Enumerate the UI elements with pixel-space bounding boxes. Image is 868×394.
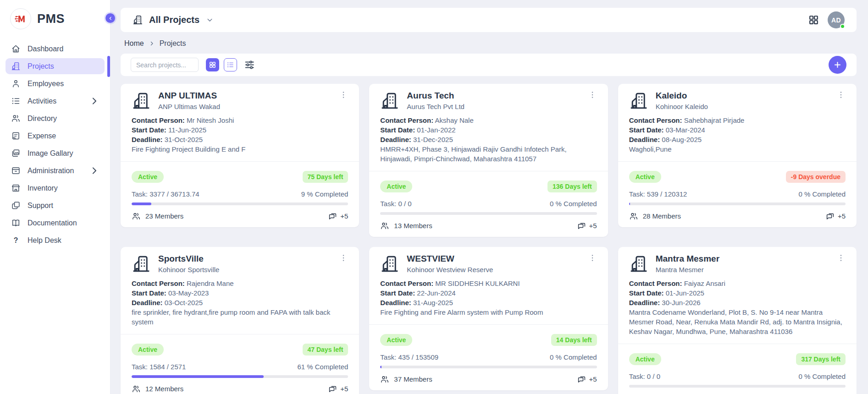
contact-person-line: Contact Person: Sahebhajrat Pirjade bbox=[629, 115, 846, 125]
building-icon bbox=[132, 91, 151, 110]
chat-icon bbox=[577, 374, 586, 384]
project-card[interactable]: SportsVille Kohinoor Sportsville Contact… bbox=[121, 247, 359, 394]
task-row: Task: 0 / 0 0 % Completed bbox=[380, 200, 597, 208]
task-count: Task: 0 / 0 bbox=[629, 372, 660, 380]
sidebar-item-directory[interactable]: Directory bbox=[6, 110, 105, 126]
progress-bar bbox=[629, 385, 846, 388]
progress-bar bbox=[380, 212, 597, 215]
plus-icon bbox=[833, 60, 842, 69]
project-card[interactable]: Kaleido Kohinoor Kaleido Contact Person:… bbox=[618, 84, 857, 227]
progress-fill bbox=[380, 366, 381, 368]
project-card-grid: ANP ULTIMAS ANP Ultimas Wakad Contact Pe… bbox=[121, 84, 857, 394]
task-row: Task: 539 / 120312 0 % Completed bbox=[629, 190, 846, 198]
sidebar-item-support[interactable]: Support bbox=[6, 197, 105, 213]
task-row: Task: 0 / 0 0 % Completed bbox=[629, 372, 846, 380]
chevron-down-icon[interactable] bbox=[206, 16, 213, 23]
filter-button[interactable] bbox=[244, 59, 255, 71]
building-icon bbox=[11, 61, 21, 71]
project-card[interactable]: WESTVIEW Kohinoor Westview Reserve Conta… bbox=[369, 247, 608, 390]
project-title: ANP ULTIMAS bbox=[158, 90, 220, 101]
breadcrumb-home[interactable]: Home bbox=[124, 39, 144, 48]
list-view-button[interactable] bbox=[224, 58, 237, 71]
users-icon bbox=[11, 114, 21, 123]
online-status-dot bbox=[840, 24, 845, 29]
sidebar-item-label: Help Desk bbox=[28, 236, 61, 245]
building-icon bbox=[629, 254, 648, 274]
sidebar-item-image-gallary[interactable]: Image Gallary bbox=[6, 145, 105, 161]
card-menu-button[interactable] bbox=[588, 253, 597, 263]
building-icon bbox=[132, 254, 151, 274]
project-card[interactable]: ANP ULTIMAS ANP Ultimas Wakad Contact Pe… bbox=[121, 84, 359, 227]
card-menu-button[interactable] bbox=[339, 253, 348, 263]
deadline-line: Deadline: 30-Jun-2026 bbox=[629, 298, 846, 307]
sidebar-item-activities[interactable]: Activities bbox=[6, 93, 105, 109]
task-row: Task: 435 / 153509 0 % Completed bbox=[380, 353, 597, 361]
apps-grid-button[interactable] bbox=[808, 14, 819, 26]
sidebar-item-expense[interactable]: Expense bbox=[6, 128, 105, 144]
project-card[interactable]: Aurus Tech Aurus Tech Pvt Ltd Contact Pe… bbox=[369, 84, 608, 237]
sidebar-item-help-desk[interactable]: Help Desk bbox=[6, 232, 105, 248]
projects-toolbar bbox=[121, 54, 857, 76]
status-badge: Active bbox=[380, 334, 412, 346]
building-icon bbox=[380, 254, 399, 274]
book-icon bbox=[11, 218, 21, 228]
task-count: Task: 3377 / 36713.74 bbox=[132, 190, 199, 198]
list-icon bbox=[11, 96, 21, 106]
chat-count-button[interactable]: +5 bbox=[577, 374, 597, 384]
completed-percent: 61 % Completed bbox=[297, 363, 348, 371]
chat-count-button[interactable]: +5 bbox=[328, 211, 348, 221]
days-left-badge: 47 Days left bbox=[303, 344, 348, 356]
sidebar-item-documentation[interactable]: Documentation bbox=[6, 215, 105, 231]
deadline-line: Deadline: 03-Oct-2025 bbox=[132, 298, 348, 307]
project-details: Contact Person: Rajendra Mane Start Date… bbox=[132, 279, 348, 327]
card-menu-button[interactable] bbox=[836, 253, 846, 263]
card-divider bbox=[618, 161, 857, 162]
sidebar-item-inventory[interactable]: Inventory bbox=[6, 180, 105, 196]
card-menu-button[interactable] bbox=[339, 90, 348, 99]
chat-count-button[interactable]: +5 bbox=[328, 384, 348, 394]
project-title: SportsVille bbox=[158, 253, 219, 264]
sidebar-item-administration[interactable]: Administration bbox=[6, 163, 105, 179]
help-icon bbox=[11, 235, 21, 245]
app-logo: PMS bbox=[0, 0, 110, 36]
sidebar-item-projects[interactable]: Projects bbox=[6, 58, 105, 74]
chevron-left-icon bbox=[108, 16, 113, 21]
sidebar-item-employees[interactable]: Employees bbox=[6, 76, 105, 92]
dots-vertical-icon bbox=[588, 90, 597, 99]
chat-count-button[interactable]: +5 bbox=[825, 211, 846, 221]
project-title: Aurus Tech bbox=[407, 90, 464, 101]
apps-icon bbox=[808, 14, 819, 26]
card-divider bbox=[121, 334, 359, 334]
chat-icon bbox=[328, 384, 337, 394]
chat-count-button[interactable]: +5 bbox=[577, 221, 597, 230]
project-card[interactable]: Mantra Mesmer Mantra Mesmer Contact Pers… bbox=[618, 247, 857, 394]
sidebar-item-label: Image Gallary bbox=[28, 149, 73, 158]
building-icon bbox=[133, 15, 143, 25]
days-left-badge: 136 Days left bbox=[547, 181, 597, 192]
search-input[interactable] bbox=[131, 58, 199, 72]
users-icon bbox=[380, 221, 389, 230]
add-project-button[interactable] bbox=[829, 56, 846, 74]
card-menu-button[interactable] bbox=[588, 90, 597, 99]
sidebar-item-label: Dashboard bbox=[28, 45, 63, 53]
progress-bar bbox=[132, 202, 348, 205]
sidebar-nav: Dashboard Projects Employees Activities … bbox=[0, 36, 110, 248]
card-menu-button[interactable] bbox=[836, 90, 846, 99]
store-icon bbox=[11, 183, 21, 193]
breadcrumb: Home Projects bbox=[124, 39, 857, 48]
main-content: All Projects AD Home Projects ANP ULTIMA… bbox=[111, 0, 868, 394]
contact-person-line: Contact Person: Rajendra Mane bbox=[132, 279, 348, 288]
days-left-badge: 14 Days left bbox=[551, 334, 597, 346]
contact-person-line: Contact Person: Mr Nitesh Joshi bbox=[132, 115, 348, 125]
chat-icon bbox=[328, 211, 337, 221]
chevron-right-icon bbox=[89, 166, 99, 175]
grid-view-button[interactable] bbox=[206, 58, 219, 71]
sidebar-item-label: Support bbox=[28, 202, 53, 210]
user-avatar[interactable]: AD bbox=[828, 11, 845, 28]
sidebar-collapse-button[interactable] bbox=[105, 13, 115, 23]
breadcrumb-current: Projects bbox=[160, 39, 186, 48]
progress-bar bbox=[629, 202, 846, 205]
progress-bar bbox=[132, 375, 348, 378]
chevron-right-icon bbox=[89, 96, 99, 106]
sidebar-item-dashboard[interactable]: Dashboard bbox=[6, 41, 105, 57]
